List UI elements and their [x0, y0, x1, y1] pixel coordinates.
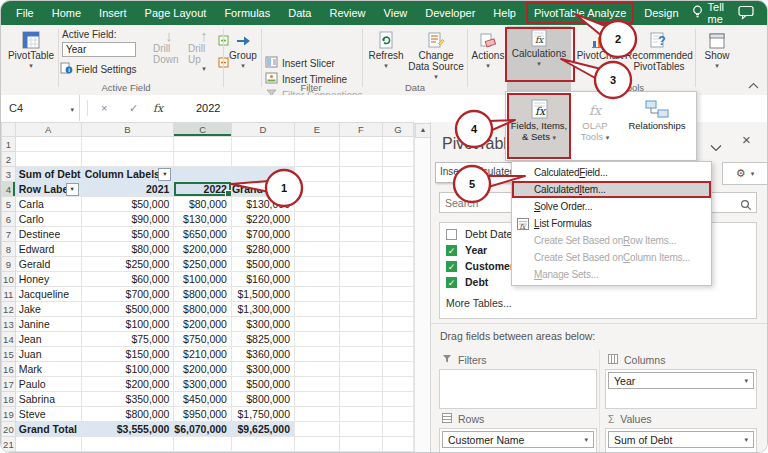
cell-A12[interactable]: Jake	[15, 302, 81, 317]
row-header-9[interactable]: 9	[2, 257, 16, 272]
cell-F21[interactable]	[339, 437, 383, 452]
cell-G19[interactable]	[383, 407, 414, 422]
cell-D15[interactable]: $360,000	[231, 347, 294, 362]
cell-B11[interactable]: $700,000	[81, 287, 174, 302]
cell-A6[interactable]: Carlo	[15, 212, 81, 227]
cell-E13[interactable]	[295, 317, 340, 332]
tab-file[interactable]: File	[7, 1, 43, 25]
group-button[interactable]: Group ▾	[225, 28, 261, 86]
cell-D6[interactable]: $220,000	[231, 212, 294, 227]
row-header-5[interactable]: 5	[2, 197, 16, 212]
cell-A10[interactable]: Honey	[15, 272, 81, 287]
cell-E17[interactable]	[295, 377, 340, 392]
cell-E8[interactable]	[295, 242, 340, 257]
area-chip-sum-of-debt[interactable]: Sum of Debt▾	[608, 431, 754, 448]
cell-D16[interactable]: $300,000	[231, 362, 294, 377]
cell-D1[interactable]	[231, 137, 294, 152]
rows-area[interactable]: Customer Name▾	[439, 428, 597, 453]
cell-F12[interactable]	[339, 302, 383, 317]
column-header-d[interactable]: D	[231, 123, 294, 137]
row-header-4[interactable]: 4	[2, 182, 16, 197]
cell-B21[interactable]	[81, 437, 174, 452]
cell-D9[interactable]: $500,000	[231, 257, 294, 272]
cell-A13[interactable]: Janine	[15, 317, 81, 332]
cell-B8[interactable]: $80,000	[81, 242, 174, 257]
tab-view[interactable]: View	[375, 1, 417, 25]
row-header-21[interactable]: 21	[2, 437, 16, 452]
tell-me-button[interactable]: Tell me	[692, 1, 738, 25]
tab-formulas[interactable]: Formulas	[215, 1, 279, 25]
cell-C20[interactable]: $6,070,000	[174, 422, 232, 437]
cell-C10[interactable]: $100,000	[174, 272, 232, 287]
cell-E21[interactable]	[295, 437, 340, 452]
cell-G6[interactable]	[383, 212, 414, 227]
name-box[interactable]: C4 ▾	[1, 95, 80, 121]
insert-function-icon[interactable]: fx	[153, 95, 163, 121]
cell-B17[interactable]: $200,000	[81, 377, 174, 392]
cell-D11[interactable]: $1,500,000	[231, 287, 294, 302]
cell-A18[interactable]: Sabrina	[15, 392, 81, 407]
unchecked-checkbox-icon[interactable]	[446, 229, 457, 240]
cell-G9[interactable]	[383, 257, 414, 272]
column-header-c[interactable]: C	[174, 123, 232, 137]
cell-D3[interactable]	[231, 167, 294, 182]
cell-F5[interactable]	[339, 197, 383, 212]
cell-D7[interactable]: $700,000	[231, 227, 294, 242]
cell-F16[interactable]	[339, 362, 383, 377]
cell-F18[interactable]	[339, 392, 383, 407]
filter-dropdown-icon[interactable]: ▾	[158, 168, 171, 181]
cell-B19[interactable]: $800,000	[81, 407, 174, 422]
menu-item-calculated-item[interactable]: Calculated Item...	[512, 181, 711, 198]
cell-B15[interactable]: $150,000	[81, 347, 174, 362]
cell-C1[interactable]	[174, 137, 232, 152]
cell-A17[interactable]: Paulo	[15, 377, 81, 392]
cell-G11[interactable]	[383, 287, 414, 302]
select-all-corner[interactable]	[2, 123, 16, 137]
cell-D19[interactable]: $1,750,000	[231, 407, 294, 422]
cell-C9[interactable]: $250,000	[174, 257, 232, 272]
cell-D14[interactable]: $825,000	[231, 332, 294, 347]
cell-A7[interactable]: Destinee	[15, 227, 81, 242]
cell-E20[interactable]	[295, 422, 340, 437]
cell-A11[interactable]: Jacqueline	[15, 287, 81, 302]
cell-A1[interactable]	[15, 137, 81, 152]
cell-E15[interactable]	[295, 347, 340, 362]
cell-C13[interactable]: $200,000	[174, 317, 232, 332]
cell-D10[interactable]: $160,000	[231, 272, 294, 287]
collapse-ribbon-button[interactable]	[748, 81, 759, 91]
cell-C3[interactable]	[174, 167, 232, 182]
cell-B18[interactable]: $350,000	[81, 392, 174, 407]
cell-D2[interactable]	[231, 152, 294, 167]
cell-D17[interactable]: $500,000	[231, 377, 294, 392]
row-header-19[interactable]: 19	[2, 407, 16, 422]
active-field-input[interactable]	[62, 42, 136, 57]
cell-E6[interactable]	[295, 212, 340, 227]
cell-G3[interactable]	[383, 167, 414, 182]
cell-E5[interactable]	[295, 197, 340, 212]
cell-A16[interactable]: Mark	[15, 362, 81, 377]
cell-F8[interactable]	[339, 242, 383, 257]
fields-items-sets-button[interactable]: fx Fields, Items, & Sets ▾	[508, 94, 570, 158]
cell-E18[interactable]	[295, 392, 340, 407]
columns-area[interactable]: Year▾	[605, 369, 757, 409]
cell-B1[interactable]	[81, 137, 174, 152]
row-header-6[interactable]: 6	[2, 212, 16, 227]
cell-F14[interactable]	[339, 332, 383, 347]
cell-F19[interactable]	[339, 407, 383, 422]
cell-C7[interactable]: $650,000	[174, 227, 232, 242]
row-header-8[interactable]: 8	[2, 242, 16, 257]
cell-E1[interactable]	[295, 137, 340, 152]
cell-G7[interactable]	[383, 227, 414, 242]
cell-G16[interactable]	[383, 362, 414, 377]
cell-B2[interactable]	[81, 152, 174, 167]
menu-item-list-formulas[interactable]: fxList Formulas	[512, 215, 711, 232]
cell-B16[interactable]: $100,000	[81, 362, 174, 377]
row-header-16[interactable]: 16	[2, 362, 16, 377]
filters-area[interactable]	[439, 369, 597, 409]
cell-A8[interactable]: Edward	[15, 242, 81, 257]
row-header-3[interactable]: 3	[2, 167, 16, 182]
cell-F11[interactable]	[339, 287, 383, 302]
actions-button[interactable]: Actions ▾	[469, 28, 507, 86]
row-header-7[interactable]: 7	[2, 227, 16, 242]
cell-A2[interactable]	[15, 152, 81, 167]
